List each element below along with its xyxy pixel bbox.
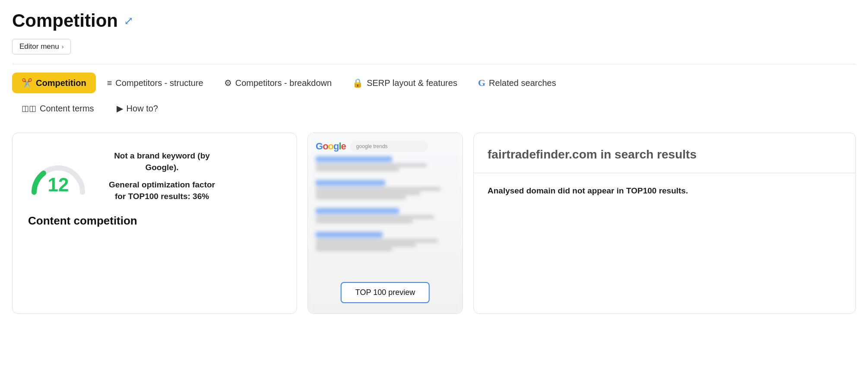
card-serp-preview: Google google trends <box>307 133 463 314</box>
cards-row: 12 Not a brand keyword (by Google). Gene… <box>12 133 856 314</box>
top100-button-label: TOP 100 preview <box>355 288 415 297</box>
tab-content-terms[interactable]: ◫◫ Content terms <box>12 98 104 119</box>
serp-result-3 <box>316 208 455 224</box>
scissors-icon: ✂️ <box>22 78 32 88</box>
tab-competitors-structure[interactable]: ≡ Competitors - structure <box>98 73 213 93</box>
serp-header: Google google trends <box>316 141 455 152</box>
tab-competition-label: Competition <box>36 78 86 88</box>
domain-body: Analysed domain did not appear in TOP100… <box>474 173 855 209</box>
google-logo: Google <box>316 141 346 152</box>
tab-content-terms-label: Content terms <box>40 104 94 114</box>
competition-info: Not a brand keyword (by Google). General… <box>106 150 218 202</box>
tab-related-searches-label: Related searches <box>489 78 556 88</box>
serp-icon: 🔒 <box>352 78 363 88</box>
serp-result-1 <box>316 156 455 172</box>
tab-bar-row2: ◫◫ Content terms ▶ How to? <box>12 98 856 119</box>
page-title: Competition <box>12 10 118 31</box>
serp-search-bar: google trends <box>350 141 428 152</box>
tab-how-to[interactable]: ▶ How to? <box>107 98 168 119</box>
play-icon: ▶ <box>117 103 123 114</box>
tab-bar-row1: ✂️ Competition ≡ Competitors - structure… <box>12 72 856 94</box>
tab-related-searches[interactable]: G Related searches <box>469 72 566 94</box>
list-icon: ≡ <box>107 78 112 88</box>
card-domain-info: fairtradefinder.com in search results An… <box>473 133 856 314</box>
editor-menu-button[interactable]: Editor menu › <box>12 39 71 54</box>
google-icon: G <box>478 77 485 89</box>
card-content-competition: 12 Not a brand keyword (by Google). Gene… <box>12 133 297 314</box>
tab-competitors-breakdown[interactable]: ⚙ Competitors - breakdown <box>215 73 341 93</box>
content-terms-icon: ◫◫ <box>22 104 36 113</box>
serp-result-2 <box>316 180 455 200</box>
serp-result-4 <box>316 232 455 252</box>
tab-competitors-breakdown-label: Competitors - breakdown <box>235 78 332 88</box>
tab-competition[interactable]: ✂️ Competition <box>12 73 96 93</box>
expand-icon[interactable]: ⤢ <box>124 14 133 28</box>
brand-keyword-text: Not a brand keyword (by Google). <box>106 150 218 173</box>
serp-query: google trends <box>356 143 388 149</box>
page-header: Competition ⤢ <box>12 10 856 31</box>
competition-label: Content competition <box>28 214 137 228</box>
domain-title: fairtradefinder.com in search results <box>474 133 855 173</box>
divider <box>12 64 856 64</box>
breakdown-icon: ⚙ <box>224 78 232 88</box>
tab-serp-label: SERP layout & features <box>367 78 457 88</box>
gauge-number: 12 <box>48 174 69 196</box>
gauge-chart: 12 <box>28 157 89 196</box>
chevron-right-icon: › <box>62 43 64 50</box>
tab-how-to-label: How to? <box>127 104 158 114</box>
top100-preview-button[interactable]: TOP 100 preview <box>341 282 430 303</box>
tab-competitors-structure-label: Competitors - structure <box>115 78 203 88</box>
optimization-factor-text: General optimization factor for TOP100 r… <box>106 179 218 202</box>
tab-serp-layout[interactable]: 🔒 SERP layout & features <box>343 73 467 93</box>
competition-top-row: 12 Not a brand keyword (by Google). Gene… <box>28 150 281 202</box>
editor-menu-label: Editor menu <box>19 42 59 51</box>
